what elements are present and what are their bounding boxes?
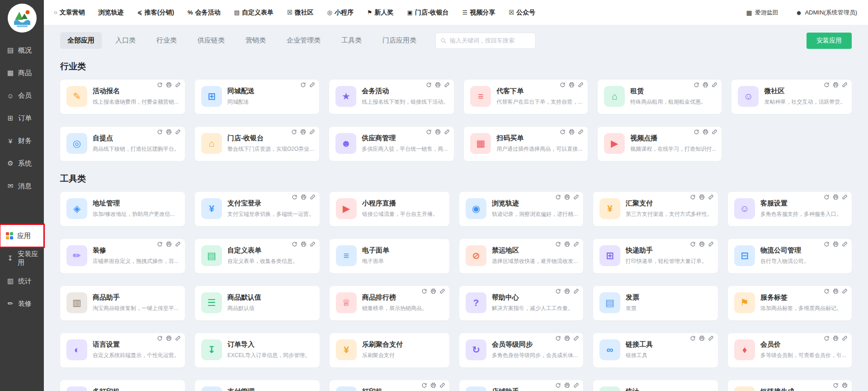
tab-门店应用类[interactable]: 门店应用类 [375,32,424,49]
refresh-icon[interactable] [560,129,566,135]
sidebar-item-会员[interactable]: ☺会员 [0,84,44,107]
link-icon[interactable] [842,194,848,200]
top-nav-item-会务活动[interactable]: %会务活动 [188,9,221,17]
sidebar-item-订单[interactable]: ⊞订单 [0,107,44,129]
printer-icon[interactable] [166,129,172,135]
app-card-订单导入[interactable]: ↧订单导入EXCEL导入订单信息，同步管理。 [195,333,320,367]
refresh-icon[interactable] [421,382,427,388]
app-card-禁运地区[interactable]: ⊘禁运地区选择区域禁收快递，避开物流收发... [459,239,583,273]
top-nav-item-浏览轨迹[interactable]: 浏览轨迹 [99,9,124,17]
printer-icon[interactable] [703,82,708,88]
sidebar-item-概况[interactable]: ▤概况 [0,39,44,62]
refresh-icon[interactable] [560,82,566,88]
refresh-icon[interactable] [555,194,561,200]
link-icon[interactable] [573,335,579,341]
sidebar-item-财务[interactable]: ¥财务 [0,129,44,152]
sidebar-item-应用[interactable]: 应用 [0,224,44,247]
refresh-icon[interactable] [426,129,432,135]
refresh-icon[interactable] [690,335,696,341]
link-icon[interactable] [175,129,181,135]
app-card-租赁[interactable]: ⌂租赁特殊商品租用，租期租金优惠。 [598,80,722,114]
top-nav-item-新人奖[interactable]: ⚑新人奖 [367,9,394,17]
sidebar-item-消息[interactable]: ✉消息 [0,175,44,197]
app-card-物流公司管理[interactable]: ⊟物流公司管理自行导入物流公司。 [728,239,852,273]
refresh-icon[interactable] [157,335,163,341]
printer-icon[interactable] [699,241,705,247]
app-card-支付宝登录[interactable]: ¥支付宝登录支付宝端登录切换，多端统一运营。 [195,192,320,226]
link-icon[interactable] [712,82,717,88]
refresh-icon[interactable] [426,82,432,88]
printer-icon[interactable] [564,288,570,294]
app-card-浏览轨迹[interactable]: ◉浏览轨迹轨迹记录，洞察浏览偏好，进行精... [459,192,583,226]
refresh-icon[interactable] [555,288,561,294]
printer-icon[interactable] [435,129,441,135]
top-nav-item-自定义表单[interactable]: ▤自定义表单 [234,9,274,17]
link-icon[interactable] [439,382,445,388]
tab-入口类[interactable]: 入口类 [108,32,143,49]
link-icon[interactable] [175,82,181,88]
printer-icon[interactable] [833,194,839,200]
link-icon[interactable] [573,241,579,247]
link-icon[interactable] [573,382,579,388]
link-icon[interactable] [708,335,714,341]
app-card-电子面单[interactable]: ≡电子面单电子面单 [330,239,449,273]
link-icon[interactable] [310,194,316,200]
link-icon[interactable] [708,194,714,200]
link-icon[interactable] [842,288,848,294]
printer-icon[interactable] [842,382,848,388]
printer-icon[interactable] [564,241,570,247]
link-icon[interactable] [309,129,315,135]
tab-供应链类[interactable]: 供应链类 [190,32,232,49]
app-card-装修[interactable]: ✏装修店铺界面自定义，拖拽式操作，百... [60,239,185,273]
app-card-支付管理[interactable]: ¥支付管理 [195,380,320,391]
printer-icon[interactable] [430,288,436,294]
refresh-icon[interactable] [555,335,561,341]
app-card-门店-收银台[interactable]: ⌂门店-收银台整合线下门店资源，实现O2O异业... [195,127,319,161]
app-card-发票[interactable]: ▤发票发票 [593,286,718,320]
tab-企业管理类[interactable]: 企业管理类 [279,32,328,49]
app-card-同城配送[interactable]: ⊞同城配送同城配送 [195,80,319,114]
printer-icon[interactable] [833,288,839,294]
app-card-汇聚支付[interactable]: ¥汇聚支付第三方支付渠道，支付方式多样性。 [593,192,718,226]
app-card-会务活动[interactable]: ★会务活动线上报名线下签到，链接线下活动。 [329,80,454,114]
app-card-扫码买单[interactable]: ▦扫码买单用户通过插件选择商品，可以直接... [464,127,588,161]
app-card-小程序直播[interactable]: ▶小程序直播链接公域流量，平台自主开播。 [330,192,449,226]
refresh-icon[interactable] [833,382,839,388]
link-icon[interactable] [842,335,848,341]
install-app-button[interactable]: 安装应用 [807,33,852,49]
tab-营销类[interactable]: 营销类 [238,32,273,49]
printer-icon[interactable] [564,194,570,200]
top-nav-item-小程序[interactable]: ◎小程序 [327,9,354,17]
link-icon[interactable] [309,82,315,88]
app-card-商品默认值[interactable]: ☰商品默认值商品默认值 [195,286,320,320]
printer-icon[interactable] [699,194,705,200]
refresh-icon[interactable] [690,194,696,200]
refresh-icon[interactable] [555,382,561,388]
printer-icon[interactable] [833,335,839,341]
link-icon[interactable] [310,241,316,247]
app-card-活动报名[interactable]: ✎活动报名线上报名缴纳费用，付费金额营销... [60,80,185,114]
refresh-icon[interactable] [157,241,163,247]
sidebar-item-商品[interactable]: ▦商品 [0,62,44,84]
refresh-icon[interactable] [824,82,830,88]
printer-icon[interactable] [833,82,839,88]
printer-icon[interactable] [166,241,172,247]
sidebar-item-装修[interactable]: ✏装修 [0,292,44,315]
printer-icon[interactable] [166,335,172,341]
refresh-icon[interactable] [824,194,830,200]
app-card-打印机[interactable]: ▤打印机 [330,380,449,391]
refresh-icon[interactable] [555,241,561,247]
link-icon[interactable] [439,288,445,294]
refresh-icon[interactable] [693,129,699,135]
app-card-乐刷聚合支付[interactable]: ¥乐刷聚合支付乐刷聚合支付 [330,333,449,367]
printer-icon[interactable] [569,82,575,88]
printer-icon[interactable] [564,382,570,388]
app-card-统计[interactable]: ▥统计 [593,380,718,391]
sidebar-item-系统[interactable]: ⚙系统 [0,152,44,175]
search-box[interactable] [435,33,536,49]
app-card-视频点播[interactable]: ▶视频点播视频课程，在线学习，打造知识付... [598,127,722,161]
app-card-帮助中心[interactable]: ?帮助中心解决方案指引，减少人工工作量。 [459,286,583,320]
printer-icon[interactable] [569,129,575,135]
printer-icon[interactable] [166,82,172,88]
tab-工具类[interactable]: 工具类 [334,32,369,49]
